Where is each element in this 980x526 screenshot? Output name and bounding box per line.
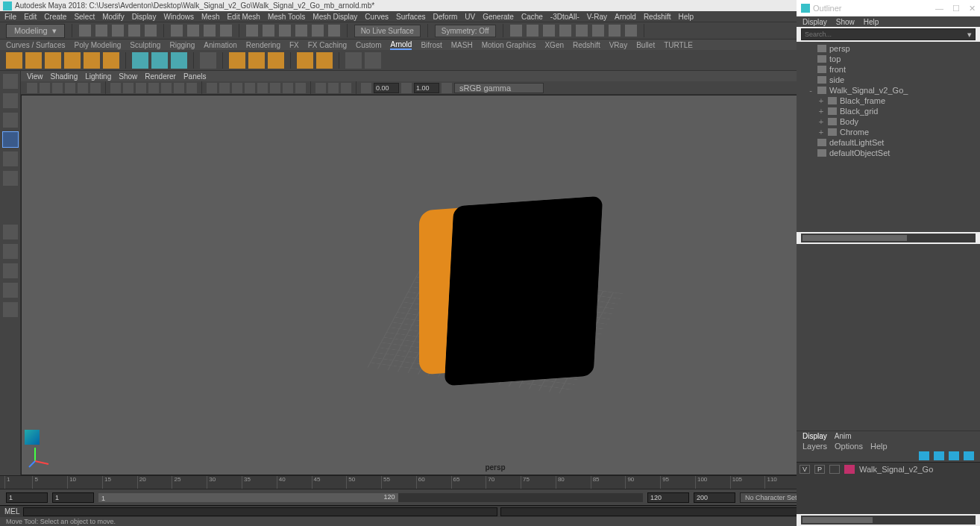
layout-single-icon[interactable] (3, 225, 18, 239)
shelf-tab-poly-modeling[interactable]: Poly Modeling (74, 41, 121, 49)
layer-vis-toggle[interactable]: V (800, 465, 810, 474)
select-tool[interactable] (3, 74, 18, 89)
menu-select[interactable]: Select (74, 13, 95, 21)
outliner-node[interactable]: +Black_grid (797, 106, 980, 116)
layer-tab-display[interactable]: Display (802, 432, 827, 440)
arnold-tx-manager-icon[interactable] (229, 52, 245, 69)
layer-new-empty-icon[interactable] (949, 451, 959, 460)
rotate-tool[interactable] (3, 151, 18, 166)
symmetry-button[interactable]: Symmetry: Off (435, 25, 496, 37)
menu-display[interactable]: Display (132, 13, 157, 21)
shelf-tab-redshift[interactable]: Redshift (573, 41, 600, 49)
shelf-tab-turtle[interactable]: TURTLE (664, 41, 693, 49)
menu-modify[interactable]: Modify (102, 13, 124, 21)
snap-curve-icon[interactable] (263, 25, 274, 37)
menu--3dtoall-[interactable]: -3DtoAll- (550, 13, 579, 21)
outliner-menu-help[interactable]: Help (864, 18, 879, 26)
arnold-mesh-light-icon[interactable] (45, 52, 61, 69)
outliner-tree[interactable]: persptopfrontside-Walk_Signal_v2_Go_+Bla… (797, 42, 980, 232)
shelf-tab-arnold[interactable]: Arnold (390, 40, 412, 50)
layout-outliner-icon[interactable] (3, 283, 18, 298)
menu-create[interactable]: Create (44, 13, 66, 21)
arnold-physical-sky-icon[interactable] (103, 52, 119, 69)
new-scene-icon[interactable] (79, 25, 91, 37)
vp-textured-icon[interactable] (232, 83, 242, 93)
outliner-node[interactable]: +Body (797, 116, 980, 127)
menu-generate[interactable]: Generate (483, 13, 514, 21)
vp-menu-panels[interactable]: Panels (183, 72, 207, 81)
menu-help[interactable]: Help (679, 13, 694, 21)
outliner-menu-display[interactable]: Display (802, 18, 827, 26)
arnold-ipr-icon[interactable] (365, 52, 381, 69)
shelf-tab-animation[interactable]: Animation (204, 41, 236, 49)
menu-uv[interactable]: UV (465, 13, 475, 21)
vp-select-camera-icon[interactable] (27, 83, 37, 93)
layer-move-up-icon[interactable] (919, 451, 929, 460)
vp-menu-renderer[interactable]: Renderer (145, 72, 176, 81)
vp-safe-title-icon[interactable] (186, 83, 197, 93)
menu-v-ray[interactable]: V-Ray (587, 13, 607, 21)
layer-color-swatch[interactable] (844, 465, 855, 474)
outliner-minimize-button[interactable]: — (935, 4, 943, 13)
vp-camera-attr-icon[interactable] (40, 83, 50, 93)
layer-row[interactable]: VPWalk_Signal_v2_Go (800, 464, 977, 475)
arnold-tx-update-icon[interactable] (268, 52, 284, 69)
outliner-node[interactable]: defaultObjectSet (797, 148, 980, 158)
vp-grid-icon[interactable] (110, 83, 121, 93)
shelf-tab-xgen[interactable]: XGen (544, 41, 564, 49)
vp-ao-icon[interactable] (270, 83, 280, 93)
time-ruler[interactable]: 1510152025303540455055606570758085909510… (4, 476, 835, 489)
vp-exposure-icon[interactable] (361, 83, 371, 93)
vp-gamma-icon[interactable] (401, 83, 412, 93)
construction-history-icon[interactable] (510, 25, 522, 37)
vp-shadows-icon[interactable] (257, 83, 268, 93)
command-input[interactable] (23, 507, 498, 516)
shelf-tab-rigging[interactable]: Rigging (169, 41, 195, 49)
layer-playback-toggle[interactable]: P (814, 465, 825, 474)
vp-motion-blur-icon[interactable] (283, 83, 293, 93)
shelf-tab-rendering[interactable]: Rendering (246, 41, 280, 49)
arnold-render-settings-icon[interactable] (297, 52, 313, 69)
arnold-curve-collector-icon[interactable] (132, 52, 148, 69)
vp-field-chart-icon[interactable] (161, 83, 172, 93)
outliner-node[interactable]: +Black_frame (797, 96, 980, 106)
vp-xray-icon[interactable] (328, 83, 339, 93)
menu-mesh[interactable]: Mesh (201, 13, 219, 21)
outliner-node[interactable]: persp (797, 43, 980, 54)
snap-view-icon[interactable] (312, 25, 324, 37)
layer-menu-help[interactable]: Help (870, 442, 888, 451)
vp-exposure-field[interactable] (374, 83, 399, 93)
vp-use-lights-icon[interactable] (245, 83, 255, 93)
lasso-icon[interactable] (187, 25, 199, 37)
live-surface-button[interactable]: No Live Surface (354, 25, 421, 37)
component-icon[interactable] (220, 25, 232, 37)
redo-icon[interactable] (145, 25, 157, 37)
snap-live-icon[interactable] (328, 25, 340, 37)
vp-bookmark-icon[interactable] (52, 83, 63, 93)
vp-aa-icon[interactable] (295, 83, 306, 93)
outliner-menu-show[interactable]: Show (836, 18, 855, 26)
shelf-tab-fx[interactable]: FX (289, 41, 299, 49)
outliner-node[interactable]: defaultLightSet (797, 137, 980, 148)
outliner-node[interactable]: +Chrome (797, 127, 980, 137)
shelf-tab-curves-surfaces[interactable]: Curves / Surfaces (6, 41, 65, 49)
shelf-tab-fx-caching[interactable]: FX Caching (308, 41, 347, 49)
arnold-skydome-icon[interactable] (25, 52, 42, 69)
shelf-tab-bullet[interactable]: Bullet (636, 41, 655, 49)
paint-tool[interactable] (3, 113, 18, 128)
shelf-tab-motion-graphics[interactable]: Motion Graphics (482, 41, 536, 49)
snap-plane-icon[interactable] (295, 25, 307, 37)
open-scene-icon[interactable] (95, 25, 107, 37)
layer-tab-anim[interactable]: Anim (835, 432, 852, 440)
outliner-search[interactable]: ▾ (801, 28, 976, 40)
vp-menu-show[interactable]: Show (119, 72, 137, 81)
paint-select-icon[interactable] (204, 25, 216, 37)
hypershade-icon[interactable] (576, 25, 588, 37)
menu-redshift[interactable]: Redshift (644, 13, 671, 21)
outliner-maximize-button[interactable]: ☐ (952, 4, 960, 13)
menu-curves[interactable]: Curves (365, 13, 389, 21)
vp-menu-view[interactable]: View (27, 72, 43, 81)
menu-windows[interactable]: Windows (163, 13, 194, 21)
menu-arnold[interactable]: Arnold (615, 13, 636, 21)
vp-isolate-icon[interactable] (315, 83, 326, 93)
